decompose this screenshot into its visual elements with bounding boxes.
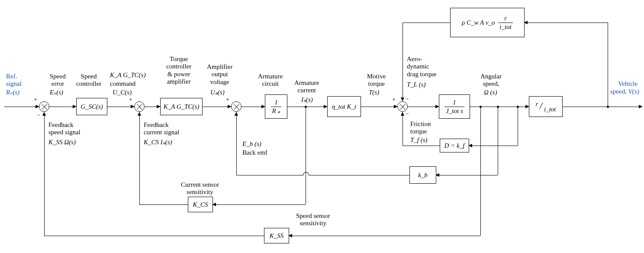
arrowhead-icon bbox=[138, 112, 141, 116]
wire bbox=[203, 107, 229, 107]
fb-current-symbol: K_CS Iₐ(s) bbox=[144, 139, 172, 146]
sign-minus: − bbox=[406, 110, 409, 117]
wire bbox=[608, 23, 608, 107]
speed-controller-block: G_SC(s) bbox=[76, 98, 107, 115]
torque-controller-label: Torque controller & power amplifier bbox=[166, 55, 191, 85]
fb-speed-label: Feedback speed signal bbox=[48, 121, 80, 136]
wire bbox=[472, 146, 518, 146]
sign-plus: + bbox=[34, 96, 37, 103]
ref-signal-label: Ref. signal bbox=[6, 73, 22, 88]
motor-torque-const-block: η_tot K_t bbox=[327, 96, 361, 117]
wire bbox=[439, 175, 498, 175]
aero-prefix: ρ C_w A v_o bbox=[462, 19, 495, 26]
wire bbox=[518, 107, 518, 146]
arrowhead-icon bbox=[401, 112, 404, 116]
arrowhead-icon bbox=[42, 112, 46, 116]
uc-symbol: U_C(s) bbox=[113, 89, 132, 96]
friction-torque-symbol: T_f (s) bbox=[410, 136, 428, 144]
wire bbox=[236, 115, 237, 175]
friction-block: D = k_f bbox=[440, 139, 469, 152]
wire bbox=[139, 204, 188, 205]
ra-den: R ₐ bbox=[271, 107, 282, 114]
torque-controller-block: K_A G_TC(s) bbox=[160, 98, 203, 115]
motive-torque-label: Motive torque bbox=[367, 73, 386, 88]
wire bbox=[402, 115, 403, 146]
summing-junction bbox=[231, 101, 242, 112]
speed-sensor-label: Speed sensor sensitivity bbox=[296, 212, 330, 227]
sign-plus: + bbox=[392, 96, 396, 103]
arrowhead-icon bbox=[401, 97, 404, 101]
wire bbox=[408, 107, 436, 107]
wire bbox=[145, 107, 158, 107]
aero-drag-block: ρ C_w A v_o r i_tot bbox=[450, 8, 525, 37]
speed-sensor-block: K_SS bbox=[264, 228, 289, 243]
wire bbox=[49, 107, 74, 107]
back-emf-const-block: k_b bbox=[409, 166, 436, 184]
aero-den: i_tot bbox=[498, 23, 513, 30]
aero-drag-symbol: T_L (s) bbox=[407, 81, 426, 88]
uc-top-label: K_A G_TC(s) bbox=[110, 71, 146, 79]
sign-minus: − bbox=[37, 112, 40, 119]
wire bbox=[44, 115, 45, 236]
wire bbox=[292, 236, 480, 236]
wire bbox=[4, 107, 36, 107]
output-symbol: V(s) bbox=[628, 88, 639, 95]
uc-word-label: command bbox=[110, 80, 135, 88]
angular-speed-symbol: Ω (s) bbox=[484, 89, 497, 96]
sign-minus: − bbox=[406, 96, 409, 103]
wire-jump bbox=[303, 172, 309, 175]
jtot-den: J_tot s bbox=[444, 107, 464, 114]
output-label: Vehicle speed, V(s) bbox=[610, 73, 639, 103]
speed-controller-label: Speed controller bbox=[76, 73, 101, 88]
ritot-num: r bbox=[536, 101, 538, 107]
ratio-block: r / i_tot bbox=[529, 96, 563, 117]
jtot-num: 1 bbox=[444, 99, 464, 107]
speed-error-label: Speed error bbox=[50, 73, 66, 88]
fb-speed-symbol: K_SS Ω(s) bbox=[48, 139, 76, 146]
wire bbox=[361, 107, 395, 107]
friction-torque-label: Friction torque bbox=[410, 120, 431, 136]
current-sensor-block: K_CS bbox=[188, 197, 213, 212]
summing-junction bbox=[134, 101, 145, 112]
aero-num: r bbox=[498, 15, 513, 23]
sign-plus: + bbox=[129, 96, 132, 103]
inertia-block: 1 J_tot s bbox=[439, 94, 470, 119]
wire bbox=[44, 236, 264, 236]
angular-speed-label: Angular speed, bbox=[480, 73, 502, 88]
back-emf-symbol: E_b (s) bbox=[242, 140, 261, 148]
summing-junction bbox=[39, 101, 49, 112]
current-sensor-label: Current sensor sensitivity bbox=[181, 181, 219, 196]
ra-num: 1 bbox=[271, 99, 282, 107]
wire bbox=[216, 204, 306, 205]
wire bbox=[242, 107, 262, 107]
arrowhead-icon bbox=[235, 112, 238, 116]
block-diagram: Ref. signal Rᵥ(s) + − Speed error Eᵥ(s) … bbox=[0, 0, 644, 253]
armature-current-symbol: Iₐ(s) bbox=[301, 96, 313, 104]
armature-circuit-block: 1 R ₐ bbox=[265, 94, 287, 119]
arrowhead-icon bbox=[639, 105, 643, 108]
wire bbox=[563, 107, 640, 107]
wire bbox=[402, 23, 403, 98]
wire bbox=[107, 107, 132, 107]
wire bbox=[527, 23, 608, 23]
aero-drag-label: Aero- dynamic drag torque bbox=[407, 55, 437, 78]
wire bbox=[306, 107, 306, 204]
wire bbox=[402, 23, 450, 23]
wire bbox=[139, 115, 140, 204]
wire bbox=[498, 107, 498, 175]
fb-current-label: Feedback current signal bbox=[144, 121, 179, 136]
speed-error-symbol: Eᵥ(s) bbox=[50, 89, 63, 96]
wire bbox=[480, 107, 481, 236]
ritot-den: i_tot bbox=[544, 106, 556, 113]
amp-output-label: Amplifier output voltage bbox=[207, 63, 232, 86]
wire bbox=[402, 146, 440, 146]
sign-plus: + bbox=[226, 96, 229, 103]
back-emf-label: Back emf bbox=[242, 149, 267, 156]
ref-signal-symbol: Rᵥ(s) bbox=[6, 89, 19, 96]
amp-output-symbol: Uₐ(s) bbox=[210, 89, 225, 96]
motive-torque-symbol: T(s) bbox=[369, 89, 379, 96]
armature-current-label: Armature current bbox=[294, 79, 319, 94]
wire bbox=[236, 175, 306, 175]
armature-circuit-label: Armature circuit bbox=[258, 73, 283, 88]
wire bbox=[309, 175, 409, 175]
